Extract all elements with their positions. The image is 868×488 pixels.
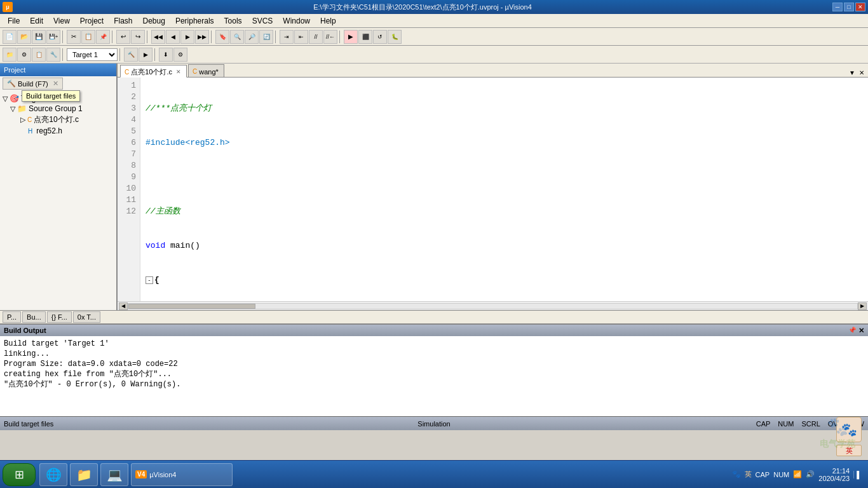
project-tree: ▽ 🎯 Target 1 ▽ 📁 Source Group 1 ▷ C 点亮10… xyxy=(0,91,116,310)
build-close-btn[interactable]: ✕ xyxy=(858,327,864,335)
tb2-b3[interactable]: 📋 xyxy=(32,48,46,62)
tb2-b4[interactable]: 🔧 xyxy=(46,48,60,62)
sep8 xyxy=(119,48,122,61)
code-line-1-text: //***点亮十个灯 xyxy=(146,104,212,113)
tb2-b6[interactable]: ▶ xyxy=(139,48,153,62)
editor-hscroll[interactable]: ◀ ▶ xyxy=(118,301,868,310)
close-icon[interactable]: ✕ xyxy=(53,79,58,88)
tab-label-wang: wang* xyxy=(199,68,219,76)
tab-close-all-btn[interactable]: ✕ xyxy=(858,69,865,77)
menu-debug[interactable]: Debug xyxy=(138,14,170,27)
menu-peripherals[interactable]: Peripherals xyxy=(170,14,219,27)
target-select[interactable]: Target 1 xyxy=(67,48,118,61)
tb-b4[interactable]: ▶▶ xyxy=(195,30,209,44)
line-num-3: 3 xyxy=(121,103,136,114)
bottom-tab-p[interactable]: P... xyxy=(3,311,21,323)
tb2-b5[interactable]: 🔨 xyxy=(124,48,138,62)
taskbar-computer[interactable]: 💻 xyxy=(100,463,128,486)
tb2-settings[interactable]: ⚙ xyxy=(173,48,187,62)
uncomment-btn[interactable]: //← xyxy=(323,30,337,44)
scroll-left-btn[interactable]: ◀ xyxy=(119,302,128,310)
tree-item-source-group[interactable]: ▽ 📁 Source Group 1 xyxy=(0,104,116,114)
maximize-button[interactable]: □ xyxy=(844,3,854,11)
hscroll-track[interactable] xyxy=(128,303,858,309)
build-button[interactable]: 🔨 Build (F7) ✕ xyxy=(3,78,63,90)
tray-clock: 21:14 2020/4/23 xyxy=(818,467,850,482)
save-button[interactable]: 💾 xyxy=(32,30,46,44)
code-content[interactable]: //***点亮十个灯 #include<reg52.h> //主函数 void … xyxy=(140,78,868,301)
redo-button[interactable]: ↪ xyxy=(131,30,145,44)
taskbar-uvision[interactable]: V4 µVision4 xyxy=(131,463,233,486)
tb2-download[interactable]: ⬇ xyxy=(159,48,173,62)
tb2-b1[interactable]: 📁 xyxy=(3,48,17,62)
tray-cap: CAP xyxy=(756,471,770,478)
taskbar-explorer[interactable]: 🌐 xyxy=(39,463,67,486)
bookmark-btn[interactable]: 🔖 xyxy=(215,30,229,44)
sep7 xyxy=(62,48,65,61)
editor-area: C 点亮10个灯.c ✕ C wang* ▼ ✕ 1 2 3 4 5 6 7 xyxy=(118,64,868,310)
hscroll-thumb[interactable] xyxy=(128,304,255,309)
tab-close-main[interactable]: ✕ xyxy=(176,69,181,75)
bottom-tab-f[interactable]: {} F... xyxy=(47,311,72,323)
find-btn[interactable]: 🔍 xyxy=(230,30,244,44)
find-next-btn[interactable]: 🔎 xyxy=(245,30,259,44)
line-num-4: 4 xyxy=(121,114,136,126)
menu-help[interactable]: Help xyxy=(315,14,341,27)
minimize-button[interactable]: ─ xyxy=(832,3,843,11)
window-icon: μ xyxy=(3,2,13,12)
comment-btn[interactable]: // xyxy=(309,30,323,44)
expand-icon-group: ▽ xyxy=(10,105,15,113)
indent-btn[interactable]: ⇥ xyxy=(280,30,294,44)
tray-show-desktop[interactable]: ▌ xyxy=(853,471,862,478)
menu-svcs[interactable]: SVCS xyxy=(247,14,278,27)
taskbar: ⊞ 🌐 📁 💻 V4 µVision4 🐾 英 CAP NUM 📶 🔊 21:1… xyxy=(0,460,868,488)
paste-button[interactable]: 📌 xyxy=(96,30,110,44)
menu-edit[interactable]: Edit xyxy=(25,14,48,27)
menu-file[interactable]: File xyxy=(3,14,25,27)
debug-btn[interactable]: 🐛 xyxy=(388,30,402,44)
code-line-5: void main() xyxy=(146,240,863,252)
code-line-2-text: #include<reg52.h> xyxy=(146,138,230,147)
open-button[interactable]: 📂 xyxy=(17,30,31,44)
tab-wang[interactable]: C wang* xyxy=(188,64,224,77)
build-pin-btn[interactable]: 📌 xyxy=(848,327,856,335)
code-open-brace: { xyxy=(154,275,159,285)
start-button[interactable]: ⊞ xyxy=(3,463,36,486)
tree-item-reg52[interactable]: H reg52.h xyxy=(0,126,116,136)
scroll-right-btn[interactable]: ▶ xyxy=(858,302,867,310)
tb2-b2[interactable]: ⚙ xyxy=(17,48,31,62)
bottom-tab-0x[interactable]: 0x T... xyxy=(73,311,100,323)
stop-btn[interactable]: ⬛ xyxy=(358,30,372,44)
find-replace-btn[interactable]: 🔄 xyxy=(259,30,273,44)
copy-button[interactable]: 📋 xyxy=(81,30,95,44)
reg52-label: reg52.h xyxy=(36,126,62,135)
tab-down-btn[interactable]: ▼ xyxy=(848,69,857,77)
cut-button[interactable]: ✂ xyxy=(67,30,81,44)
tab-main-c[interactable]: C 点亮10个灯.c ✕ xyxy=(120,65,187,78)
menu-tools[interactable]: Tools xyxy=(219,14,247,27)
save-all-button[interactable]: 💾+ xyxy=(46,30,60,44)
menu-view[interactable]: View xyxy=(48,14,75,27)
new-button[interactable]: 📄 xyxy=(3,30,17,44)
reset-btn[interactable]: ↺ xyxy=(373,30,387,44)
unindent-btn[interactable]: ⇤ xyxy=(294,30,308,44)
tree-item-main-c[interactable]: ▷ C 点亮10个灯.c xyxy=(0,114,116,126)
menu-window[interactable]: Window xyxy=(278,14,315,27)
tab-label-main: 点亮10个灯.c xyxy=(131,67,172,77)
sep3 xyxy=(147,30,149,43)
code-line-2: #include<reg52.h> xyxy=(146,137,863,149)
undo-button[interactable]: ↩ xyxy=(116,30,130,44)
statusbar: Build target files Simulation CAP NUM SC… xyxy=(0,416,868,430)
menu-flash[interactable]: Flash xyxy=(109,14,137,27)
line-num-6: 6 xyxy=(121,137,136,149)
close-button[interactable]: ✕ xyxy=(855,3,865,11)
tb-b2[interactable]: ◀ xyxy=(166,30,180,44)
tb-b3[interactable]: ▶ xyxy=(180,30,194,44)
bottom-tab-bu[interactable]: Bu... xyxy=(22,311,46,323)
run-btn[interactable]: ▶ xyxy=(344,30,358,44)
code-editor[interactable]: 1 2 3 4 5 6 7 8 9 10 11 12 //***点亮十个灯 #i… xyxy=(118,78,868,301)
menu-project[interactable]: Project xyxy=(75,14,109,27)
taskbar-folder[interactable]: 📁 xyxy=(70,463,98,486)
tb-b1[interactable]: ◀◀ xyxy=(151,30,165,44)
line-num-5: 5 xyxy=(121,126,136,137)
